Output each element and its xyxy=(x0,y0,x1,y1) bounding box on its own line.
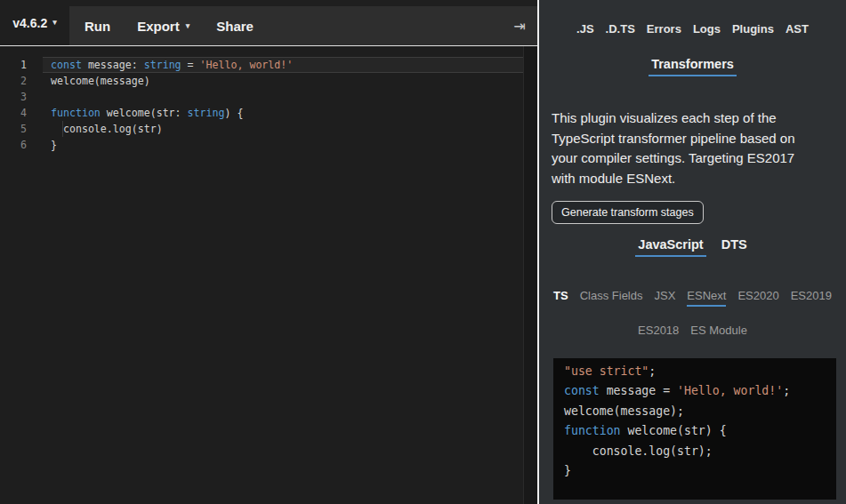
output-code-line: const message = 'Hello, world!'; xyxy=(564,381,826,401)
line-number[interactable]: 3 xyxy=(0,89,27,105)
tab-plugins[interactable]: Plugins xyxy=(732,22,774,36)
tab-errors[interactable]: Errors xyxy=(647,22,681,36)
stage-tabs-row-2: ES2018 ES Module xyxy=(539,324,846,341)
code-line[interactable]: 1const message: string = 'Hello, world!' xyxy=(0,57,524,73)
code-line-text: console.log(str) xyxy=(27,121,163,137)
code-line-text: const message: string = 'Hello, world!' xyxy=(27,57,293,73)
generate-button-row: Generate transform stages xyxy=(552,201,846,224)
version-label: v4.6.2 xyxy=(12,16,47,30)
code-line[interactable]: 6} xyxy=(0,137,524,153)
tab-dts-output[interactable]: DTS xyxy=(719,237,750,257)
line-number[interactable]: 1 xyxy=(0,57,27,73)
stage-class-fields[interactable]: Class Fields xyxy=(580,289,643,307)
editor-pane: v4.6.2 ▾ Run Export ▾ Share ⇥ 1const mes… xyxy=(0,0,537,504)
tab-javascript[interactable]: JavaScript xyxy=(635,237,705,257)
tab-js[interactable]: .JS xyxy=(576,22,594,36)
stage-tabs-row-1: TS Class Fields JSX ESNext ES2020 ES2019 xyxy=(539,289,846,307)
line-number[interactable]: 5 xyxy=(0,121,27,137)
plugin-tab-row: Transformers xyxy=(539,57,846,76)
code-line[interactable]: 3 xyxy=(0,89,524,105)
code-line-text: welcome(message) xyxy=(27,73,150,89)
export-label: Export xyxy=(137,19,180,34)
stage-es2018[interactable]: ES2018 xyxy=(638,324,679,341)
output-code-line: welcome(message); xyxy=(564,402,826,421)
editor-topbar: v4.6.2 ▾ Run Export ▾ Share ⇥ xyxy=(0,0,537,46)
indent-guide xyxy=(62,121,63,137)
code-line-text xyxy=(27,89,51,105)
tab-transformers[interactable]: Transformers xyxy=(649,57,737,76)
sidebar-tabs: .JS .D.TS Errors Logs Plugins AST xyxy=(539,22,846,36)
share-label: Share xyxy=(216,19,254,34)
output-code-line: console.log(str); xyxy=(564,442,826,461)
chevron-down-icon: ▾ xyxy=(52,19,57,27)
stage-es2020[interactable]: ES2020 xyxy=(737,289,778,307)
output-code-lines: "use strict";const message = 'Hello, wor… xyxy=(564,362,826,481)
stage-jsx[interactable]: JSX xyxy=(654,289,675,307)
output-code-line: function welcome(str) { xyxy=(564,421,826,441)
output-code-line: "use strict"; xyxy=(564,362,826,381)
output-kind-tabs: JavaScript DTS xyxy=(539,237,846,257)
code-line-text: function welcome(str: string) { xyxy=(27,105,243,121)
line-number[interactable]: 4 xyxy=(0,105,27,121)
line-number[interactable]: 6 xyxy=(0,137,27,153)
code-line[interactable]: 5 console.log(str) xyxy=(0,121,524,137)
tab-logs[interactable]: Logs xyxy=(693,22,721,36)
output-code-line: } xyxy=(564,461,826,481)
transformed-output-code: "use strict";const message = 'Hello, wor… xyxy=(553,358,836,500)
pane-splitter[interactable] xyxy=(537,0,539,504)
version-dropdown[interactable]: v4.6.2 ▾ xyxy=(0,0,69,45)
collapse-sidebar-icon[interactable]: ⇥ xyxy=(514,18,526,35)
export-button[interactable]: Export ▾ xyxy=(137,19,189,34)
stage-es2019[interactable]: ES2019 xyxy=(791,289,832,307)
generate-transform-stages-button[interactable]: Generate transform stages xyxy=(552,201,704,224)
stage-es-module[interactable]: ES Module xyxy=(690,324,747,341)
stage-esnext[interactable]: ESNext xyxy=(687,289,726,307)
code-editor[interactable]: 1const message: string = 'Hello, world!'… xyxy=(0,46,524,504)
tab-dts[interactable]: .D.TS xyxy=(606,22,635,36)
run-label: Run xyxy=(85,19,110,34)
sidebar-panel: .JS .D.TS Errors Logs Plugins AST Transf… xyxy=(539,0,846,504)
toolbar: Run Export ▾ Share ⇥ xyxy=(69,6,537,45)
run-button[interactable]: Run xyxy=(85,19,110,34)
stage-ts[interactable]: TS xyxy=(553,289,568,307)
plugin-description: This plugin visualizes each step of the … xyxy=(552,108,818,188)
editor-scrollbar[interactable] xyxy=(523,46,537,504)
code-line-text: } xyxy=(27,137,57,153)
code-line[interactable]: 2welcome(message) xyxy=(0,73,524,89)
editor-lines: 1const message: string = 'Hello, world!'… xyxy=(0,57,524,153)
share-button[interactable]: Share xyxy=(216,19,254,34)
code-line[interactable]: 4function welcome(str: string) { xyxy=(0,105,524,121)
tab-ast[interactable]: AST xyxy=(786,22,809,36)
chevron-down-icon: ▾ xyxy=(186,22,190,30)
line-number[interactable]: 2 xyxy=(0,73,27,89)
